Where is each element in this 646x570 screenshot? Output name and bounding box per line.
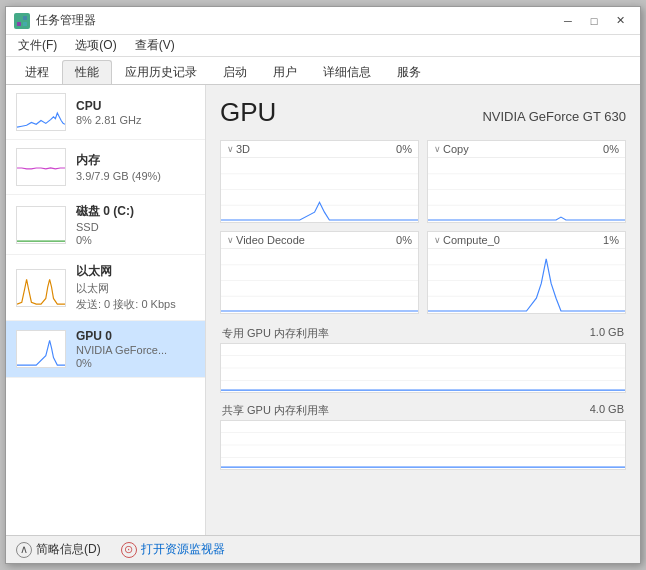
menu-bar: 文件(F) 选项(O) 查看(V) [6, 35, 640, 57]
content-area: CPU 8% 2.81 GHz 内存 3.9/7.9 GB (49%) [6, 85, 640, 535]
svg-rect-4 [221, 158, 418, 222]
memory-stats: 3.9/7.9 GB (49%) [76, 170, 195, 182]
main-panel: GPU NVIDIA GeForce GT 630 ∨ 3D 0% [206, 85, 640, 535]
tab-users[interactable]: 用户 [260, 60, 310, 84]
svg-rect-16 [428, 249, 625, 313]
maximize-button[interactable]: □ [582, 11, 606, 31]
gpu-info: GPU 0 NVIDIA GeForce... 0% [76, 329, 195, 369]
graph-copy-percent: 0% [603, 143, 619, 155]
graph-copy-label: ∨ Copy [434, 143, 469, 155]
cpu-chart [16, 93, 66, 131]
network-sub1: 以太网 [76, 281, 195, 296]
cpu-stats: 8% 2.81 GHz [76, 114, 195, 126]
cpu-label: CPU [76, 99, 195, 113]
network-info: 以太网 以太网 发送: 0 接收: 0 Kbps [76, 263, 195, 312]
disk-label: 磁盘 0 (C:) [76, 203, 195, 220]
sidebar-item-cpu[interactable]: CPU 8% 2.81 GHz [6, 85, 205, 140]
graph-3d-header: ∨ 3D 0% [221, 141, 418, 157]
gpu-sidebar-label: GPU 0 [76, 329, 195, 343]
graph-video-decode-label: ∨ Video Decode [227, 234, 305, 246]
graph-compute: ∨ Compute_0 1% [427, 231, 626, 314]
svg-rect-1 [23, 16, 27, 20]
summary-label[interactable]: 简略信息(D) [36, 541, 101, 558]
graph-video-decode-percent: 0% [396, 234, 412, 246]
title-bar: 任务管理器 ─ □ ✕ [6, 7, 640, 35]
gpu-sidebar-chart [16, 330, 66, 368]
graph-compute-label: ∨ Compute_0 [434, 234, 500, 246]
graph-3d-arrow: ∨ [227, 144, 234, 154]
summary-button[interactable]: ∧ 简略信息(D) [16, 541, 101, 558]
sidebar-item-gpu[interactable]: GPU 0 NVIDIA GeForce... 0% [6, 321, 205, 378]
summary-icon: ∧ [16, 542, 32, 558]
shared-memory-label: 共享 GPU 内存利用率 [222, 403, 329, 418]
dedicated-memory-max: 1.0 GB [590, 326, 624, 341]
dedicated-memory-section: 专用 GPU 内存利用率 1.0 GB [220, 324, 626, 393]
disk-info: 磁盘 0 (C:) SSD 0% [76, 203, 195, 246]
memory-chart [16, 148, 66, 186]
sidebar-item-disk[interactable]: 磁盘 0 (C:) SSD 0% [6, 195, 205, 255]
tab-process[interactable]: 进程 [12, 60, 62, 84]
graph-copy-arrow: ∨ [434, 144, 441, 154]
graph-copy-header: ∨ Copy 0% [428, 141, 625, 157]
dedicated-memory-graph [220, 343, 626, 393]
svg-rect-12 [221, 249, 418, 313]
sidebar-item-memory[interactable]: 内存 3.9/7.9 GB (49%) [6, 140, 205, 195]
dedicated-memory-header: 专用 GPU 内存利用率 1.0 GB [220, 324, 626, 343]
monitor-button[interactable]: ⊙ 打开资源监视器 [121, 541, 225, 558]
sidebar: CPU 8% 2.81 GHz 内存 3.9/7.9 GB (49%) [6, 85, 206, 535]
gpu-model-name: NVIDIA GeForce GT 630 [482, 109, 626, 124]
network-label: 以太网 [76, 263, 195, 280]
gpu-header: GPU NVIDIA GeForce GT 630 [220, 97, 626, 128]
disk-chart [16, 206, 66, 244]
gpu-sidebar-sub2: 0% [76, 357, 195, 369]
graph-3d-label: ∨ 3D [227, 143, 250, 155]
gpu-sidebar-sub1: NVIDIA GeForce... [76, 344, 195, 356]
shared-memory-header: 共享 GPU 内存利用率 4.0 GB [220, 401, 626, 420]
shared-memory-graph [220, 420, 626, 470]
close-button[interactable]: ✕ [608, 11, 632, 31]
task-manager-window: 任务管理器 ─ □ ✕ 文件(F) 选项(O) 查看(V) 进程 性能 应用历史… [5, 6, 641, 564]
graph-video-decode-area [221, 248, 418, 313]
menu-options[interactable]: 选项(O) [67, 35, 124, 56]
graph-3d-area [221, 157, 418, 222]
graph-compute-percent: 1% [603, 234, 619, 246]
status-bar: ∧ 简略信息(D) ⊙ 打开资源监视器 [6, 535, 640, 563]
svg-rect-3 [23, 22, 27, 26]
minimize-button[interactable]: ─ [556, 11, 580, 31]
dedicated-memory-label: 专用 GPU 内存利用率 [222, 326, 329, 341]
disk-sub2: 0% [76, 234, 195, 246]
tab-app-history[interactable]: 应用历史记录 [112, 60, 210, 84]
menu-view[interactable]: 查看(V) [127, 35, 183, 56]
svg-rect-0 [17, 16, 21, 20]
memory-label: 内存 [76, 152, 195, 169]
network-chart [16, 269, 66, 307]
tabs-bar: 进程 性能 应用历史记录 启动 用户 详细信息 服务 [6, 57, 640, 85]
shared-memory-section: 共享 GPU 内存利用率 4.0 GB [220, 401, 626, 470]
monitor-link[interactable]: 打开资源监视器 [141, 541, 225, 558]
graph-compute-area [428, 248, 625, 313]
window-title: 任务管理器 [36, 12, 96, 29]
svg-rect-2 [17, 22, 21, 26]
gpu-graphs-grid: ∨ 3D 0% [220, 140, 626, 314]
tab-performance[interactable]: 性能 [62, 60, 112, 84]
gpu-main-title: GPU [220, 97, 276, 128]
menu-file[interactable]: 文件(F) [10, 35, 65, 56]
graph-video-decode: ∨ Video Decode 0% [220, 231, 419, 314]
memory-info: 内存 3.9/7.9 GB (49%) [76, 152, 195, 182]
svg-rect-8 [428, 158, 625, 222]
graph-copy-area [428, 157, 625, 222]
title-bar-left: 任务管理器 [14, 12, 96, 29]
graph-copy: ∨ Copy 0% [427, 140, 626, 223]
tab-details[interactable]: 详细信息 [310, 60, 384, 84]
tab-startup[interactable]: 启动 [210, 60, 260, 84]
disk-sub1: SSD [76, 221, 195, 233]
sidebar-item-network[interactable]: 以太网 以太网 发送: 0 接收: 0 Kbps [6, 255, 205, 321]
cpu-info: CPU 8% 2.81 GHz [76, 99, 195, 126]
app-icon [14, 13, 30, 29]
title-controls: ─ □ ✕ [556, 11, 632, 31]
graph-3d: ∨ 3D 0% [220, 140, 419, 223]
graph-compute-arrow: ∨ [434, 235, 441, 245]
network-stats: 发送: 0 接收: 0 Kbps [76, 297, 195, 312]
tab-services[interactable]: 服务 [384, 60, 434, 84]
graph-3d-percent: 0% [396, 143, 412, 155]
